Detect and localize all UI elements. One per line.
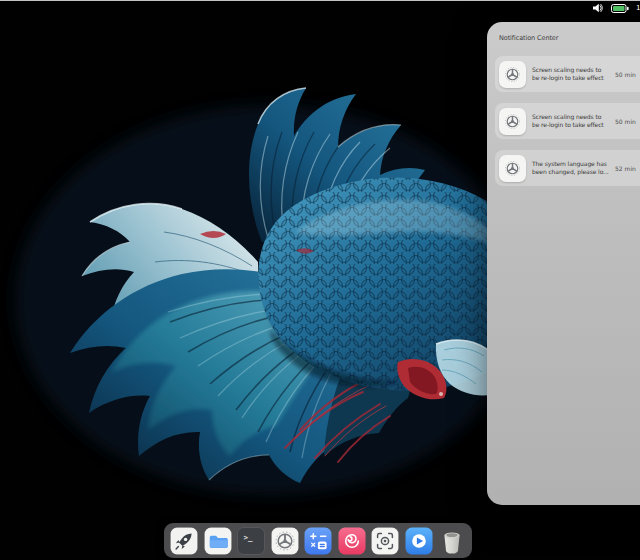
battery-percent-label: 100%	[636, 3, 640, 13]
notification-time: 50 min	[615, 71, 636, 78]
notification-card[interactable]: Screen scaling needs to be re-login to t…	[495, 56, 640, 92]
svg-text:>_: >_	[244, 533, 254, 542]
trash-icon	[439, 527, 465, 555]
battery-icon[interactable]	[611, 4, 629, 13]
notification-message: Screen scaling needs to be re-login to t…	[532, 66, 610, 83]
dock-item-screen-capture[interactable]	[371, 527, 399, 555]
app-store-spiral-icon	[338, 527, 366, 555]
control-center-icon	[271, 527, 299, 555]
dock-item-launcher[interactable]	[170, 527, 198, 555]
screen-top-border	[0, 0, 640, 1]
notification-card[interactable]: Screen scaling needs to be re-login to t…	[495, 103, 640, 139]
movie-player-icon	[405, 527, 433, 555]
dock-item-control-center[interactable]	[271, 527, 299, 555]
notification-message: The system language has been changed, pl…	[532, 160, 610, 177]
notification-card[interactable]: The system language has been changed, pl…	[495, 150, 640, 186]
terminal-icon: >_	[237, 527, 265, 555]
control-center-icon	[499, 61, 526, 88]
system-tray: 100%	[592, 3, 640, 13]
notification-time: 52 min	[615, 165, 636, 172]
dock-item-app-store[interactable]	[338, 527, 366, 555]
notification-message: Screen scaling needs to be re-login to t…	[532, 113, 610, 130]
calculator-icon	[304, 527, 332, 555]
folder-icon	[204, 527, 232, 555]
dock: >_	[164, 523, 472, 558]
dock-item-calculator[interactable]	[304, 527, 332, 555]
volume-icon[interactable]	[592, 3, 604, 13]
notification-time: 50 min	[615, 118, 636, 125]
screen-capture-icon	[371, 527, 399, 555]
dock-item-terminal[interactable]: >_	[237, 527, 265, 555]
dock-item-trash[interactable]	[438, 527, 466, 555]
launcher-rocket-icon	[170, 527, 198, 555]
notification-center-panel: Notification Center Screen scaling needs…	[487, 22, 640, 505]
notification-center-title: Notification Center	[499, 33, 640, 44]
control-center-icon	[499, 108, 526, 135]
control-center-icon	[499, 155, 526, 182]
dock-item-movie-player[interactable]	[405, 527, 433, 555]
dock-item-file-manager[interactable]	[204, 527, 232, 555]
